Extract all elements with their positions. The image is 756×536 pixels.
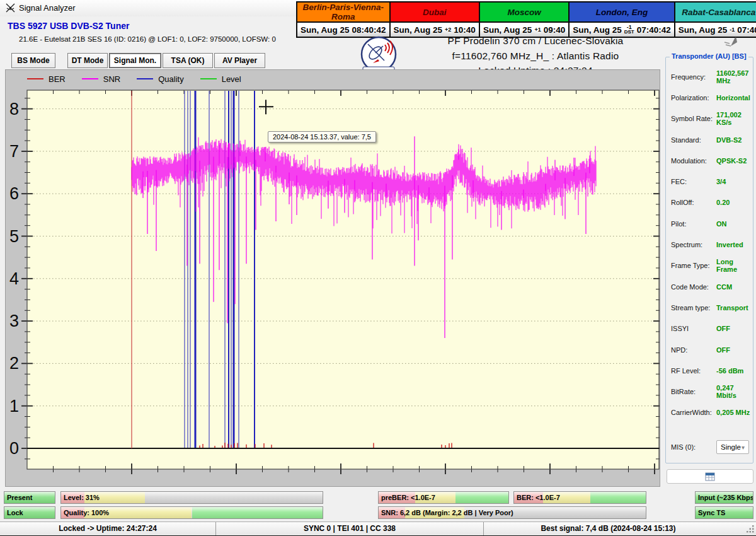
legend-label: SNR [103,74,120,84]
gauge-label: Quality: 100% [64,507,109,518]
legend-item-quality: Quality [137,74,183,84]
app-dish-icon [5,3,16,13]
transponder-label: RF Level: [671,367,716,375]
tab-signal-mon-[interactable]: Signal Mon. [109,53,161,68]
transponder-label: Frequency: [671,73,716,81]
legend-label: BER [49,74,66,84]
mis-label: MIS (0): [671,443,716,451]
transponder-label: ISSYI [671,325,716,332]
transponder-panel-title: Transponder (AU) [BS] [670,52,748,60]
clock-value: 10:40 [454,25,476,35]
chevron-down-icon: ▾ [742,444,745,451]
svg-text:4: 4 [9,269,19,288]
transponder-label: Polarization: [671,94,716,102]
legend-swatch [27,78,43,80]
transponder-row-16: CarrierWidth:0,205 MHz [671,402,750,423]
signal-analyzer-window: Signal Analyzer Berlin-Paris-Vienna-Roma… [0,0,756,536]
gauge-label: Sync TS [698,507,725,518]
clock-utc-offset: -1 [730,28,735,32]
transponder-value: 0,205 MHz [716,409,750,416]
transponder-row-3: Standard:DVB-S2 [671,129,750,150]
mis-select[interactable]: Single ▾ [716,440,749,454]
table-icon [705,472,715,481]
transponder-row-4: Modulation:QPSK-S2 [671,150,750,171]
transponder-row-7: Pilot:ON [671,213,750,234]
resize-grip[interactable] [747,525,755,533]
status-sync-tei-cc: SYNC 0 | TEI 401 | CC 338 [216,522,484,535]
tab-dt-mode[interactable]: DT Mode [67,53,108,68]
transponder-row-1: Polarization:Horizontal [671,87,750,108]
mis-row: MIS (0): Single ▾ [671,440,749,454]
clock-city-2: Moscow [479,2,569,22]
legend-label: Level [222,74,241,84]
svg-text:5: 5 [9,227,19,246]
clock-date: Sun, Aug 25 [301,25,350,35]
mis-selected-value: Single [721,443,741,451]
svg-text:6: 6 [9,184,19,203]
quality-gauge: Quality: 100% [60,506,323,519]
svg-text:7: 7 [9,142,19,161]
preber-gauge: preBER: <1.0E-7 [378,491,509,504]
gauge-label: BER: <1.0E-7 [517,492,560,503]
clock-value: 08:40:42 [352,25,386,35]
level-gauge: Level: 31% [60,491,323,504]
transponder-value: CCM [716,283,732,291]
transponder-value: QPSK-S2 [716,157,747,165]
clock-city-0: Berlin-Paris-Vienna-Roma [297,2,390,22]
clock-utc-offset: +2 [445,28,451,32]
transponder-label: NPD: [671,346,716,354]
world-clock-table: Berlin-Paris-Vienna-RomaDubaiMoscowLondo… [296,1,756,38]
transponder-value: Inverted [716,241,743,248]
transponder-row-6: RollOff:0.20 [671,192,750,213]
transponder-label: Symbol Rate: [671,115,716,122]
lock-indicator: Lock [4,506,55,519]
transponder-value: 3/4 [716,178,726,185]
tab-av-player[interactable]: AV Player [214,53,265,68]
export-button[interactable] [667,469,753,484]
transponder-label: Pilot: [671,220,716,228]
clock-date: Sun, Aug 25 [394,25,443,35]
site-dish-location: PF Prodelin 370 cm / Lucenec-Slovakia [384,35,687,47]
clock-value: 07:40 [737,25,756,35]
status-locked-uptime: Locked -> Uptime: 24:27:24 [0,522,216,535]
legend-swatch [137,78,153,80]
clock-time-4: Sun, Aug 25-107:40 [675,22,756,37]
transponder-label: Frame Type: [671,262,716,269]
chart-legend: BERSNRQualityLevel [27,73,241,85]
gauge-label: Lock [7,507,23,518]
transponder-label: Stream type: [671,304,716,312]
transponder-row-8: Spectrum:Inverted [671,234,750,255]
clock-utc-offset: +1 [534,28,541,32]
legend-item-snr: SNR [82,74,120,84]
gauge-label: Level: 31% [64,492,100,503]
transponder-value: 0.20 [716,199,730,206]
transponder-row-15: BitRate:0,247 Mbit/s [671,381,750,402]
transponder-value: Horizontal [716,94,750,102]
plot-background [27,90,659,469]
transponder-label: Modulation: [671,157,716,165]
transponder-label: BitRate: [671,388,716,395]
transponder-value: -56 dBm [716,367,743,375]
tuner-subtitle: 21.6E - Eutelsat 21B SES 16 (ID: 0216) @… [19,35,276,43]
transponder-value: Long Frame [716,258,750,273]
clock-value: 07:40:42 [637,25,671,35]
transponder-label: RollOff: [671,199,716,206]
tab-bs-mode[interactable]: BS Mode [11,53,55,68]
tab-tsa-ok-[interactable]: TSA (OK) [163,53,213,68]
snr-gauge: SNR: 6,2 dB (Margin: 2,2 dB | Very Poor) [378,506,646,519]
svg-text:3: 3 [9,312,19,330]
transponder-value: 171,002 KS/s [716,111,750,126]
gauge-label: Input (~235 Kbps) [698,492,753,503]
transponder-value: DVB-S2 [716,136,742,144]
transponder-row-11: Stream type:Transport [671,297,750,318]
svg-text:1: 1 [9,397,19,416]
cursor-icon [723,33,740,47]
transponder-row-9: Frame Type:Long Frame [671,255,750,276]
svg-text:0: 0 [9,439,19,458]
input-bitrate-indicator: Input (~235 Kbps) [695,491,753,504]
transponder-value: 11602,567 MHz [716,69,750,84]
status-best-signal: Best signal: 7,4 dB (2024-08-24 15:13) [484,522,733,535]
signal-plot[interactable]: 012345678 [6,86,660,481]
transponder-row-0: Frequency:11602,567 MHz [671,66,750,87]
gauge-label: preBER: <1.0E-7 [381,492,435,503]
